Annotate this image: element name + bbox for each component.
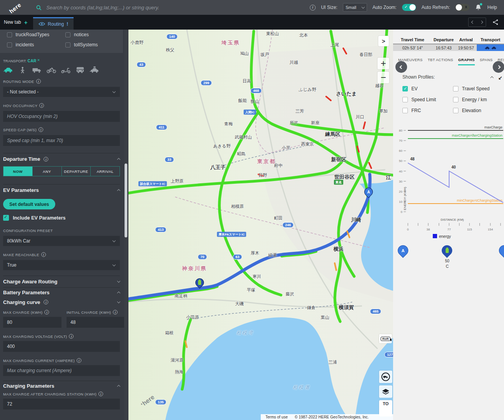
departure-cell: 16:57:43 bbox=[432, 46, 455, 50]
info-icon[interactable] bbox=[44, 310, 49, 315]
max-charging-current-input[interactable] bbox=[3, 365, 120, 376]
zoom-in-button[interactable]: + bbox=[378, 58, 389, 69]
road-shield: 33 bbox=[165, 157, 174, 162]
map-label: 三浦 bbox=[328, 359, 337, 365]
truck-mode-icon[interactable] bbox=[32, 66, 42, 74]
info-icon[interactable] bbox=[41, 252, 46, 257]
profile-checkbox-frc[interactable]: FRC bbox=[402, 108, 453, 113]
auto-refresh-toggle[interactable]: x bbox=[455, 4, 469, 11]
next-route-button[interactable] bbox=[493, 61, 504, 73]
prev-route-button[interactable] bbox=[395, 61, 407, 73]
history-forward-button[interactable] bbox=[480, 21, 483, 24]
tab-graphs[interactable]: GRAPHS bbox=[458, 58, 474, 65]
scrollbar-thumb[interactable] bbox=[125, 163, 127, 237]
charging-curve-label: Charging curve bbox=[3, 299, 40, 305]
profile-checkbox-ev[interactable]: EV bbox=[402, 86, 453, 91]
tab-spans[interactable]: SPANS bbox=[480, 58, 493, 65]
map-label: 小平 bbox=[282, 145, 290, 151]
here-logo[interactable]: here bbox=[6, 0, 24, 15]
collapse-section-icon[interactable] bbox=[117, 158, 120, 161]
departure-option-now[interactable]: NOW bbox=[4, 167, 33, 176]
info-icon[interactable] bbox=[310, 5, 316, 11]
charging-station-pin[interactable] bbox=[439, 243, 454, 258]
initial-charge-input[interactable] bbox=[67, 317, 126, 328]
history-back-button[interactable] bbox=[471, 21, 474, 24]
hov-occupancy-input[interactable] bbox=[3, 111, 120, 122]
pedestrian-mode-icon[interactable] bbox=[18, 66, 28, 74]
filter-checkbox-truckRoadTypes[interactable]: truckRoadTypes bbox=[7, 32, 65, 37]
map-label: 青梅 bbox=[224, 121, 233, 127]
profile-checkbox-travel-speed[interactable]: Travel Speed bbox=[453, 86, 504, 91]
car-mode-icon[interactable] bbox=[3, 66, 13, 74]
road-shield: 468 bbox=[250, 88, 262, 93]
route-summary-row[interactable]: 02h 53' 14" 16:57:43 19:50:57 bbox=[393, 44, 504, 51]
filter-checkbox-notices[interactable]: notices bbox=[65, 32, 124, 37]
panel-collapse-button[interactable]: > bbox=[378, 36, 389, 46]
collapse-section-icon[interactable] bbox=[490, 76, 493, 79]
summary-header: Arrival bbox=[455, 37, 477, 42]
max-charging-voltage-label: MAX CHARGING VOLTAGE (VOLT) bbox=[3, 334, 67, 339]
set-default-values-button[interactable]: Set default values bbox=[3, 199, 55, 209]
map-label: 町田 bbox=[274, 215, 283, 221]
road-shield: 43 bbox=[137, 62, 146, 67]
make-reachable-select[interactable]: True bbox=[3, 260, 120, 270]
collapse-section-icon[interactable] bbox=[117, 292, 120, 295]
tab-routing[interactable]: Routing ! bbox=[33, 17, 74, 30]
share-icon[interactable] bbox=[492, 19, 499, 25]
zoom-out-button[interactable]: − bbox=[378, 72, 389, 83]
range-on-route-button[interactable]: RoR bbox=[379, 334, 392, 343]
expand-section-icon[interactable] bbox=[117, 300, 120, 303]
start-waypoint-pin[interactable]: A bbox=[395, 243, 410, 258]
info-icon[interactable] bbox=[44, 157, 48, 162]
sidebar-scrollbar[interactable] bbox=[124, 30, 128, 420]
info-icon[interactable] bbox=[39, 103, 44, 108]
profile-checkbox-energy-km[interactable]: Energy / km bbox=[453, 97, 504, 102]
scooter-mode-icon[interactable] bbox=[61, 66, 71, 74]
profile-checkbox-speed-limit[interactable]: Speed Limit bbox=[402, 97, 453, 102]
search-input[interactable] bbox=[46, 4, 248, 11]
auto-zoom-toggle[interactable]: ✓ bbox=[402, 4, 416, 11]
notifications-bell-icon[interactable] bbox=[475, 4, 482, 11]
expand-section-icon[interactable] bbox=[117, 279, 120, 283]
ui-size-select[interactable]: Small bbox=[343, 3, 367, 12]
map-label: 練馬区 bbox=[325, 131, 341, 138]
expand-graph-icon[interactable]: ↙ bbox=[498, 75, 502, 81]
collapse-section-icon[interactable] bbox=[117, 385, 120, 388]
info-icon[interactable] bbox=[113, 310, 118, 315]
info-icon[interactable] bbox=[98, 392, 103, 396]
info-icon[interactable] bbox=[36, 79, 41, 84]
map-label: 横須賀 bbox=[339, 304, 354, 311]
max-charging-voltage-input[interactable] bbox=[3, 341, 120, 352]
map-canvas[interactable]: 埼玉県東京都神奈川県さいたま練馬区新宿区世田谷区八王子川崎横浜横須賀江小鹿野秩父… bbox=[128, 30, 393, 420]
info-icon[interactable] bbox=[44, 300, 48, 304]
map-layers-button[interactable] bbox=[379, 385, 392, 398]
max-charge-after-input[interactable] bbox=[3, 399, 120, 409]
collapse-section-icon[interactable] bbox=[117, 189, 120, 192]
departure-option-any[interactable]: ANY bbox=[33, 167, 62, 176]
info-icon[interactable] bbox=[77, 358, 81, 363]
departure-option-departure[interactable]: DEPARTURE bbox=[62, 167, 91, 176]
profile-checkbox-elevation[interactable]: Elevation bbox=[453, 108, 504, 113]
routing-mode-select[interactable]: - Not selected - bbox=[3, 87, 120, 97]
taxi-mode-icon[interactable] bbox=[90, 66, 100, 74]
bus-mode-icon[interactable] bbox=[75, 66, 85, 74]
filter-checkbox-tollSystems[interactable]: tollSystems bbox=[65, 42, 124, 47]
info-icon[interactable] bbox=[39, 127, 43, 132]
tab-tbt-actions[interactable]: TBT ACTIONS bbox=[428, 58, 453, 65]
filter-checkbox-incidents[interactable]: incidents bbox=[7, 42, 65, 47]
include-ev-checkbox[interactable] bbox=[3, 215, 9, 221]
remove-transport-icon[interactable]: × bbox=[37, 58, 40, 62]
bicycle-mode-icon[interactable] bbox=[46, 66, 56, 74]
info-icon[interactable] bbox=[69, 334, 74, 339]
config-preset-select[interactable]: 80kWh Car bbox=[3, 236, 120, 246]
speed-cap-input[interactable] bbox=[3, 135, 120, 146]
new-tab-button[interactable]: New tab+ bbox=[4, 19, 28, 26]
help-link[interactable]: Help bbox=[487, 5, 497, 10]
departure-option-arrival[interactable]: ARRIVAL bbox=[91, 167, 119, 176]
max-charge-input[interactable] bbox=[3, 317, 61, 328]
end-waypoint-pin[interactable] bbox=[497, 243, 504, 258]
truck-restrictions-button[interactable] bbox=[379, 371, 392, 383]
terms-of-use-link[interactable]: Terms of use bbox=[265, 415, 288, 419]
road-shield: 413 bbox=[155, 227, 166, 232]
map-label: 鎌倉 bbox=[307, 305, 316, 311]
